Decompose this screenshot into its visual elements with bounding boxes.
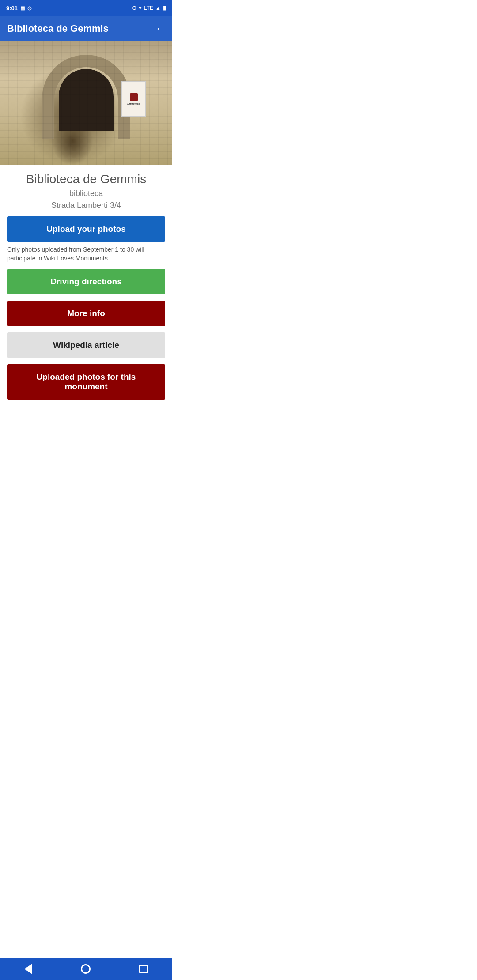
wall-sign: Biblioteca bbox=[121, 81, 146, 117]
more-info-button[interactable]: More info bbox=[7, 301, 165, 326]
location-icon: ⊙ bbox=[132, 5, 136, 11]
sim-icon: ▤ bbox=[20, 5, 25, 11]
status-time: 9:01 bbox=[6, 5, 18, 11]
upload-photos-button[interactable]: Upload your photos bbox=[7, 216, 165, 242]
stone-texture bbox=[0, 41, 172, 165]
place-type: biblioteca bbox=[7, 189, 165, 198]
image-background: Biblioteca bbox=[0, 41, 172, 165]
status-bar: 9:01 ▤ ◎ ⊙ ▾ LTE ▲ ▮ bbox=[0, 0, 172, 16]
uploaded-photos-button[interactable]: Uploaded photos for this monument bbox=[7, 364, 165, 400]
status-icons: ⊙ ▾ LTE ▲ ▮ bbox=[132, 5, 166, 11]
wikipedia-article-button[interactable]: Wikipedia article bbox=[7, 332, 165, 358]
hero-image: Biblioteca bbox=[0, 41, 172, 165]
content-area: Biblioteca de Gemmis biblioteca Strada L… bbox=[0, 165, 172, 426]
circle-icon: ◎ bbox=[27, 5, 32, 11]
place-title: Biblioteca de Gemmis bbox=[7, 172, 165, 186]
wifi-icon: ▾ bbox=[139, 5, 141, 11]
bottom-spacer bbox=[7, 400, 165, 426]
status-time-area: 9:01 ▤ ◎ bbox=[6, 5, 32, 11]
sign-logo bbox=[130, 93, 138, 101]
app-bar: Biblioteca de Gemmis ← bbox=[0, 16, 172, 41]
app-bar-title: Biblioteca de Gemmis bbox=[7, 23, 109, 34]
place-address: Strada Lamberti 3/4 bbox=[7, 201, 165, 210]
upload-note: Only photos uploaded from September 1 to… bbox=[7, 245, 165, 263]
signal-icon: ▲ bbox=[155, 5, 161, 11]
sign-text: Biblioteca bbox=[127, 102, 140, 105]
back-button[interactable]: ← bbox=[155, 23, 165, 34]
lte-label: LTE bbox=[144, 5, 153, 11]
driving-directions-button[interactable]: Driving directions bbox=[7, 269, 165, 294]
battery-icon: ▮ bbox=[163, 5, 166, 11]
